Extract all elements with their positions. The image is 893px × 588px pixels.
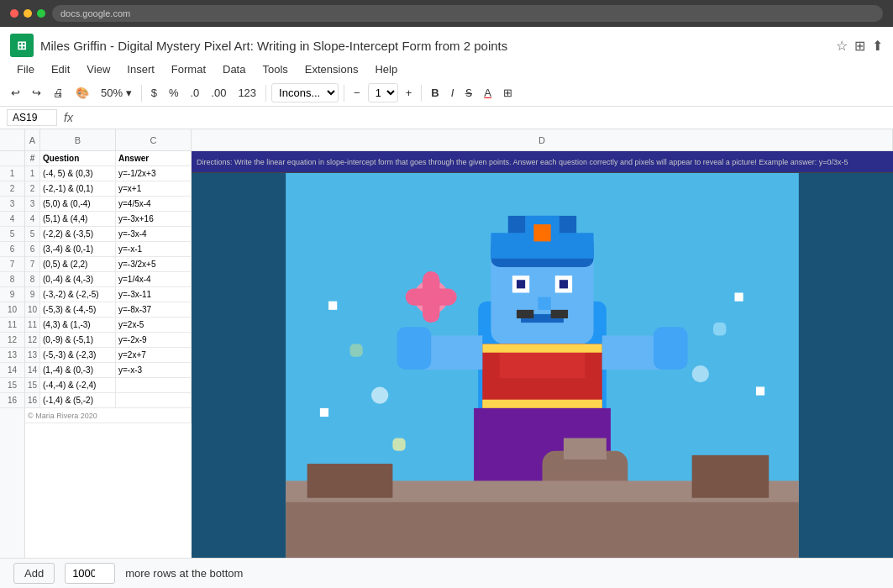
- svg-rect-11: [551, 310, 568, 318]
- zoom-button[interactable]: 50% ▾: [97, 84, 136, 102]
- svg-rect-25: [654, 327, 688, 370]
- row-num-5: 5: [0, 227, 24, 242]
- font-increase-button[interactable]: +: [402, 84, 417, 102]
- menu-edit[interactable]: Edit: [45, 60, 76, 78]
- add-rows-button[interactable]: Add: [13, 563, 55, 584]
- borders-button[interactable]: ⊞: [499, 84, 517, 102]
- share-icon[interactable]: ⬆: [872, 38, 883, 54]
- italic-button[interactable]: I: [447, 84, 459, 102]
- row-num-9: 9: [0, 287, 24, 302]
- row-num-14: 14: [0, 363, 24, 378]
- svg-rect-39: [735, 292, 743, 301]
- pixel-canvas: [192, 173, 893, 558]
- menu-file[interactable]: File: [10, 60, 41, 78]
- menu-insert[interactable]: Insert: [120, 60, 161, 78]
- svg-rect-35: [392, 438, 405, 451]
- formula-input[interactable]: [80, 112, 886, 124]
- svg-rect-30: [533, 224, 550, 241]
- row-num-15: 15: [0, 378, 24, 393]
- header-row: # Question Answer: [25, 151, 192, 166]
- table-row: 4 (5,1) & (4,4) y=-3x+16: [25, 212, 192, 227]
- spreadsheet-area: 1 2 3 4 5 6 7 8 9 10 11 12 13 14 15 16 A…: [0, 129, 893, 558]
- undo-button[interactable]: ↩: [7, 84, 24, 102]
- text-color-button[interactable]: A: [480, 84, 496, 102]
- row-num-7: 7: [0, 257, 24, 272]
- toolbar: ↩ ↪ 🖨 🎨 50% ▾ $ % .0 .00 123 Incons... −…: [0, 80, 893, 107]
- browser-controls: [10, 9, 45, 18]
- row-numbers: 1 2 3 4 5 6 7 8 9 10 11 12 13 14 15 16: [0, 129, 25, 558]
- font-selector[interactable]: Incons...: [271, 83, 339, 102]
- col-header-b: B: [40, 129, 116, 151]
- print-button[interactable]: 🖨: [49, 84, 68, 102]
- menu-format[interactable]: Format: [165, 60, 213, 78]
- row-num-2: 2: [0, 181, 24, 197]
- sheets-app: ⊞ Miles Griffin - Digital Mystery Pixel …: [0, 27, 893, 588]
- menu-extensions[interactable]: Extensions: [298, 60, 365, 78]
- data-columns: # Question Answer 1 (-4, 5) & (0,3) y=-1…: [25, 151, 192, 558]
- col-header-d: D: [192, 129, 893, 151]
- present-icon[interactable]: ⊞: [854, 38, 865, 54]
- table-row: 5 (-2,2) & (-3,5) y=-3x-4: [25, 227, 192, 242]
- cell-reference-input[interactable]: [7, 109, 57, 126]
- toolbar-sep-1: [141, 85, 142, 102]
- toolbar-sep-4: [421, 85, 422, 102]
- browser-url: docs.google.com: [52, 5, 883, 22]
- table-row: 1 (-4, 5) & (0,3) y=-1/2x+3: [25, 166, 192, 181]
- svg-rect-45: [692, 455, 770, 498]
- grid-body: # Question Answer 1 (-4, 5) & (0,3) y=-1…: [25, 151, 893, 558]
- table-row: 3 (5,0) & (0,-4) y=4/5x-4: [25, 197, 192, 212]
- table-row: 9 (-3,-2) & (-2,-5) y=-3x-11: [25, 287, 192, 302]
- table-row: 12 (0,-9) & (-5,1) y=-2x-9: [25, 333, 192, 348]
- svg-rect-34: [350, 344, 363, 357]
- col-header-c: C: [116, 129, 192, 151]
- redo-button[interactable]: ↪: [28, 84, 45, 102]
- svg-rect-17: [482, 344, 601, 353]
- format-123-button[interactable]: 123: [234, 84, 260, 102]
- font-size-selector[interactable]: 11: [368, 83, 398, 102]
- header-answer: Answer: [116, 151, 192, 165]
- more-rows-label: more rows at the bottom: [125, 567, 243, 580]
- table-row: 7 (0,5) & (2,2) y=-3/2x+5: [25, 257, 192, 272]
- toolbar-sep-2: [265, 85, 266, 102]
- currency-button[interactable]: $: [147, 84, 161, 102]
- menu-tools[interactable]: Tools: [255, 60, 294, 78]
- rows-count-input[interactable]: [65, 563, 115, 584]
- row-num-3: 3: [0, 197, 24, 212]
- row-num-10: 10: [0, 302, 24, 318]
- svg-rect-6: [517, 280, 525, 288]
- svg-rect-40: [756, 386, 764, 395]
- decimal-increase-button[interactable]: .00: [207, 84, 230, 102]
- bold-button[interactable]: B: [427, 84, 443, 102]
- svg-rect-24: [397, 327, 431, 370]
- menu-view[interactable]: View: [80, 60, 117, 78]
- table-row: 10 (-5,3) & (-4,-5) y=-8x-37: [25, 302, 192, 318]
- table-row: 13 (-5,-3) & (-2,3) y=2x+7: [25, 348, 192, 363]
- strikethrough-button[interactable]: S̶: [461, 84, 476, 102]
- table-row: 6 (3,-4) & (0,-1) y=-x-1: [25, 242, 192, 257]
- header-hash: #: [25, 151, 40, 165]
- menu-help[interactable]: Help: [368, 60, 404, 78]
- close-dot[interactable]: [10, 9, 18, 18]
- star-icon[interactable]: ☆: [836, 38, 848, 54]
- col-headers: A B C D: [25, 129, 893, 151]
- formula-bar: fx: [0, 107, 893, 129]
- pixel-art-container: Directions: Write the linear equation in…: [192, 151, 893, 558]
- copyright-row: © Maria Rivera 2020: [25, 408, 192, 423]
- table-row: 16 (-1,4) & (5,-2): [25, 393, 192, 408]
- pixel-art-header: Directions: Write the linear equation in…: [192, 151, 893, 173]
- menu-data[interactable]: Data: [216, 60, 252, 78]
- pixel-art-svg: [192, 173, 893, 558]
- percent-button[interactable]: %: [165, 84, 183, 102]
- table-row: 2 (-2,-1) & (0,1) y=x+1: [25, 181, 192, 197]
- decimal-decrease-button[interactable]: .0: [186, 84, 203, 102]
- paint-format-button[interactable]: 🎨: [71, 84, 93, 102]
- svg-rect-44: [307, 464, 393, 498]
- minimize-dot[interactable]: [24, 9, 32, 18]
- toolbar-sep-3: [344, 85, 344, 102]
- table-row: 11 (4,3) & (1,-3) y=2x-5: [25, 318, 192, 333]
- maximize-dot[interactable]: [37, 9, 45, 18]
- row-num-13: 13: [0, 348, 24, 363]
- font-decrease-button[interactable]: −: [349, 84, 365, 102]
- copyright-text: © Maria Rivera 2020: [25, 408, 192, 423]
- header-question: Question: [40, 151, 116, 165]
